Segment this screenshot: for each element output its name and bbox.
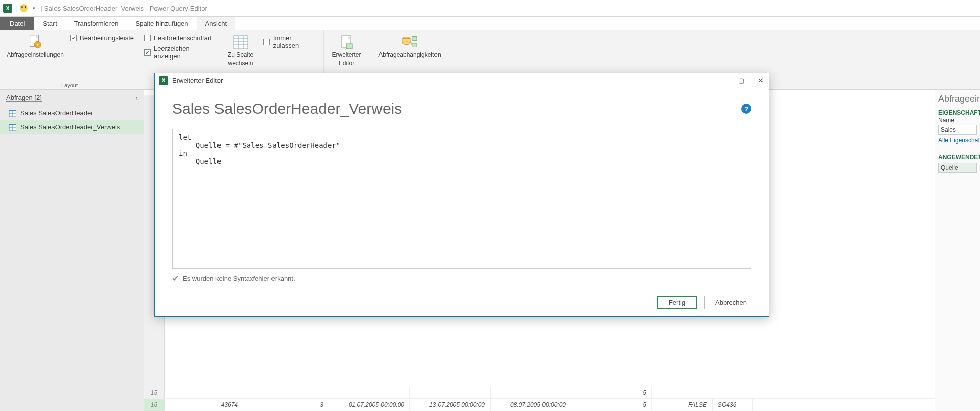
queries-header-label: Abfragen [2]	[6, 94, 42, 102]
checkbox-icon	[144, 35, 151, 41]
abfrageeinstellungen-button[interactable]: Abfrageeinstellungen	[5, 32, 65, 61]
cell: 43674	[165, 399, 243, 411]
chk-immer-zulassen[interactable]: Immer zulassen	[263, 34, 318, 49]
close-icon[interactable]: ✕	[756, 77, 765, 84]
cell: 3	[243, 399, 329, 411]
tab-spalte-hinzufuegen[interactable]: Spalte hinzufügen	[127, 17, 196, 30]
svg-point-15	[403, 42, 410, 45]
chk-leerzeichen[interactable]: Leerzeichen anzeigen	[144, 45, 217, 60]
cancel-button[interactable]: Abbrechen	[704, 296, 757, 309]
query-item-label: Sales SalesOrderHeader_Verweis	[20, 123, 120, 131]
eigenschaften-label: EIGENSCHAFTEN	[938, 109, 977, 116]
query-item-sales-salesorderheader-verweis[interactable]: Sales SalesOrderHeader_Verweis	[0, 120, 144, 134]
help-icon[interactable]: ?	[741, 104, 751, 114]
zu-spalte-label1: Zu Spalte	[228, 51, 253, 58]
svg-line-19	[410, 41, 412, 45]
table-icon	[9, 124, 16, 131]
excel-logo-icon: X	[3, 4, 12, 13]
zu-spalte-wechseln-button[interactable]: Zu Spalte wechseln	[223, 32, 258, 69]
row-number: 16	[144, 399, 165, 411]
row-number: 15	[144, 387, 165, 398]
query-item-sales-salesorderheader[interactable]: Sales SalesOrderHeader	[0, 106, 144, 120]
cell: 13.07.2005 00:00:00	[410, 399, 491, 411]
alle-eigenschaften-link[interactable]: Alle Eigenschaften	[938, 137, 977, 144]
angewendete-schritte-label: ANGEWENDETE SCHRITTE	[938, 154, 977, 161]
dialog-titlebar[interactable]: X Erweiterter Editor ― ▢ ✕	[155, 73, 769, 88]
cell: FALSE	[652, 399, 713, 411]
step-quelle[interactable]: Quelle	[938, 163, 977, 173]
maximize-icon[interactable]: ▢	[737, 77, 745, 84]
chk-immer-zulassen-label: Immer zulassen	[273, 34, 318, 49]
document-title: Sales SalesOrderHeader_Verweis - Power Q…	[44, 5, 207, 12]
ribbon-tabs: Datei Start Transformieren Spalte hinzuf…	[0, 17, 980, 30]
excel-logo-icon: X	[159, 76, 168, 85]
checkbox-checked-icon	[70, 35, 77, 41]
cell: 5	[571, 399, 652, 411]
checkbox-icon	[263, 39, 270, 45]
tab-datei[interactable]: Datei	[0, 17, 34, 30]
table-icon	[9, 110, 16, 117]
erweiterter-editor-button[interactable]: Erweiterter Editor	[329, 32, 364, 69]
erw-editor-label1: Erweiterter	[332, 51, 361, 58]
cell: SO436	[713, 399, 753, 411]
table-row[interactable]: 15 5	[144, 387, 935, 399]
abfrageeinstellungen-label: Abfrageeinstellungen	[7, 51, 64, 58]
svg-rect-12	[346, 44, 352, 49]
qat-separator-icon: |	[15, 5, 17, 12]
tab-start[interactable]: Start	[34, 17, 65, 30]
svg-rect-4	[234, 36, 248, 49]
chk-bearbeitungsleiste[interactable]: Bearbeitungsleiste	[70, 34, 134, 42]
svg-point-3	[36, 44, 38, 46]
title-bar: X | ▾ | Sales SalesOrderHeader_Verweis -…	[0, 0, 980, 17]
cell: 08.07.2005 00:00:00	[491, 399, 571, 411]
queries-header[interactable]: Abfragen [2] ‹	[0, 90, 144, 106]
erw-editor-label2: Editor	[339, 60, 354, 67]
advanced-editor-dialog: X Erweiterter Editor ― ▢ ✕ Sales SalesOr…	[154, 73, 769, 317]
chk-festbreitenschriftart[interactable]: Festbreitenschriftart	[144, 34, 217, 42]
minimize-icon[interactable]: ―	[718, 77, 726, 84]
svg-line-18	[410, 38, 412, 40]
qat-dropdown-icon[interactable]: ▾	[33, 6, 35, 11]
dialog-footer: Fertig Abbrechen	[155, 288, 769, 316]
tab-transformieren[interactable]: Transformieren	[66, 17, 127, 30]
syntax-status: ✔ Es wurden keine Syntaxfehler erkannt.	[172, 274, 751, 283]
tab-ansicht[interactable]: Ansicht	[197, 17, 236, 30]
dialog-title: Erweiterter Editor	[172, 77, 223, 84]
done-button[interactable]: Fertig	[657, 296, 697, 309]
table-row[interactable]: 16 43674 3 01.07.2005 00:00:00 13.07.200…	[144, 399, 935, 411]
dialog-body: Sales SalesOrderHeader_Verweis ? let Que…	[155, 88, 769, 288]
abfrageabhaengigkeiten-button[interactable]: Abfrageabhängigkeiten	[375, 32, 444, 61]
grid-icon	[233, 34, 249, 50]
syntax-status-label: Es wurden keine Syntaxfehler erkannt.	[183, 275, 295, 282]
checkbox-checked-icon	[144, 49, 151, 56]
query-item-label: Sales SalesOrderHeader	[20, 109, 93, 117]
query-settings-pane: Abfrageeinstellungen EIGENSCHAFTEN Name …	[935, 90, 980, 411]
cell: 5	[571, 387, 652, 398]
smiley-icon[interactable]	[20, 4, 28, 12]
dependencies-icon	[402, 34, 418, 50]
cell: 01.07.2005 00:00:00	[329, 399, 410, 411]
abfrageabh-label: Abfrageabhängigkeiten	[378, 51, 441, 58]
svg-rect-16	[412, 37, 417, 41]
separator-icon: |	[40, 5, 42, 12]
settings-doc-icon	[27, 34, 43, 50]
ribbon-group-layout-label: Layout	[5, 81, 134, 88]
chk-leerzeichen-label: Leerzeichen anzeigen	[154, 45, 217, 60]
chk-festbreitenschriftart-label: Festbreitenschriftart	[154, 34, 212, 42]
settings-heading: Abfrageeinstellungen	[938, 94, 977, 104]
name-field[interactable]: Sales	[938, 125, 977, 135]
svg-rect-17	[412, 43, 417, 47]
code-editor[interactable]: let Quelle = #"Sales SalesOrderHeader" i…	[172, 129, 751, 269]
zu-spalte-label2: wechseln	[228, 60, 253, 67]
dialog-heading: Sales SalesOrderHeader_Verweis	[172, 100, 402, 118]
queries-pane: Abfragen [2] ‹ Sales SalesOrderHeader Sa…	[0, 90, 144, 411]
collapse-left-icon[interactable]: ‹	[135, 94, 138, 102]
chk-bearbeitungsleiste-label: Bearbeitungsleiste	[80, 34, 134, 42]
checkmark-icon: ✔	[172, 274, 179, 283]
name-label: Name	[938, 116, 977, 124]
advanced-editor-icon	[339, 34, 355, 50]
